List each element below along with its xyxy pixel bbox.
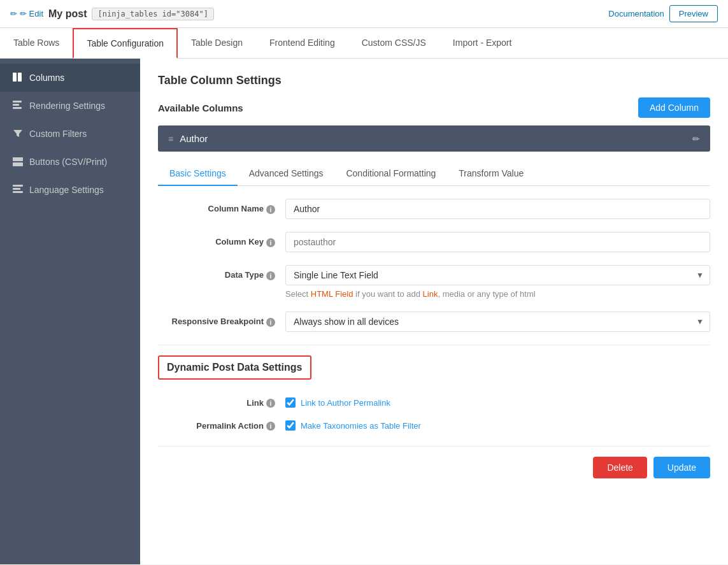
top-bar-right: Documentation Preview [608, 5, 718, 22]
permalink-action-info-icon[interactable]: i [266, 422, 275, 431]
sidebar-item-buttons-csv-print[interactable]: Buttons (CSV/Print) [0, 148, 140, 176]
top-bar: ✏ ✏ Edit My post [ninja_tables id="3084"… [0, 0, 728, 28]
column-key-info-icon[interactable]: i [266, 238, 275, 247]
permalink-action-checkbox-text: Make Taxonomies as Table Filter [301, 421, 421, 431]
data-type-hint: Select HTML Field if you want to add Lin… [285, 289, 710, 299]
responsive-breakpoint-select[interactable]: Always show in all devices Hide on mobil… [285, 311, 710, 332]
update-button[interactable]: Update [653, 457, 710, 478]
language-icon [13, 185, 23, 195]
tab-frontend-editing[interactable]: Frontend Editing [256, 28, 348, 59]
responsive-breakpoint-select-wrap: Always show in all devices Hide on mobil… [285, 311, 710, 332]
svg-rect-1 [18, 73, 22, 82]
add-column-button[interactable]: Add Column [638, 97, 710, 118]
link-field: Link to Author Permalink [285, 397, 390, 408]
sidebar-label-columns: Columns [29, 73, 64, 83]
responsive-breakpoint-label: Responsive Breakpoint i [158, 311, 285, 327]
filter-icon [13, 129, 23, 139]
dynamic-section: Dynamic Post Data Settings [158, 355, 710, 387]
data-type-row: Data Type i Single Line Text Field HTML … [158, 265, 710, 299]
hint-link: Link [423, 289, 438, 299]
column-name-input[interactable] [285, 199, 710, 219]
svg-rect-7 [13, 185, 23, 187]
buttons-icon [13, 157, 23, 167]
column-key-field [285, 232, 710, 252]
section-divider-1 [158, 345, 710, 345]
svg-rect-9 [13, 191, 23, 193]
data-type-field: Single Line Text Field HTML Field Image … [285, 265, 710, 299]
svg-rect-3 [13, 104, 19, 106]
content-footer: Delete Update [158, 446, 710, 481]
column-key-input[interactable] [285, 232, 710, 252]
tab-navigation: Table Rows Table Configuration Table Des… [0, 28, 728, 59]
shortcode-badge: [ninja_tables id="3084"] [92, 8, 213, 20]
svg-rect-0 [13, 73, 17, 82]
permalink-action-checkbox[interactable] [285, 420, 296, 431]
sub-tab-conditional-formatting[interactable]: Conditional Formatting [334, 162, 447, 186]
data-type-select-wrap: Single Line Text Field HTML Field Image … [285, 265, 710, 285]
column-row-name: Author [180, 133, 208, 144]
data-type-info-icon[interactable]: i [266, 271, 275, 280]
column-row: ≡ Author ✏ [158, 125, 710, 152]
permalink-action-field: Make Taxonomies as Table Filter [285, 420, 421, 431]
dynamic-section-title: Dynamic Post Data Settings [167, 362, 303, 373]
tab-table-configuration[interactable]: Table Configuration [73, 28, 178, 59]
sidebar-label-language: Language Settings [29, 185, 104, 195]
responsive-breakpoint-row: Responsive Breakpoint i Always show in a… [158, 311, 710, 332]
delete-button[interactable]: Delete [593, 457, 646, 478]
link-label: Link i [158, 397, 285, 408]
sub-tabs: Basic Settings Advanced Settings Conditi… [158, 162, 710, 186]
available-columns-title: Available Columns [158, 103, 243, 113]
svg-rect-8 [13, 188, 20, 190]
column-edit-pencil[interactable]: ✏ [692, 134, 700, 144]
edit-icon: ✏ [10, 9, 17, 18]
data-type-label: Data Type i [158, 265, 285, 280]
sidebar-item-custom-filters[interactable]: Custom Filters [0, 120, 140, 148]
column-name-label: Column Name i [158, 199, 285, 214]
sidebar: Columns Rendering Settings Custom Filter… [0, 59, 140, 564]
column-name-field [285, 199, 710, 219]
sub-tab-advanced-settings[interactable]: Advanced Settings [238, 162, 335, 186]
column-key-label: Column Key i [158, 232, 285, 247]
link-row: Link i Link to Author Permalink [158, 397, 710, 408]
tab-import-export[interactable]: Import - Export [439, 28, 525, 59]
columns-icon [13, 73, 23, 83]
column-key-row: Column Key i [158, 232, 710, 252]
hint-html-field: HTML Field [311, 289, 353, 299]
svg-rect-2 [13, 101, 22, 103]
svg-rect-6 [13, 162, 23, 166]
link-info-icon[interactable]: i [266, 399, 275, 408]
sidebar-label-custom-filters: Custom Filters [29, 129, 87, 139]
link-checkbox[interactable] [285, 397, 296, 408]
sub-tab-basic-settings[interactable]: Basic Settings [158, 162, 238, 186]
tab-table-design[interactable]: Table Design [178, 28, 256, 59]
tab-custom-css-js[interactable]: Custom CSS/JS [348, 28, 439, 59]
svg-rect-4 [13, 107, 22, 109]
edit-label: ✏ Edit [20, 9, 43, 18]
preview-button[interactable]: Preview [669, 5, 718, 22]
section-title: Table Column Settings [158, 74, 710, 87]
form-section: Column Name i Column Key i [158, 186, 710, 494]
sidebar-item-rendering-settings[interactable]: Rendering Settings [0, 92, 140, 120]
sidebar-label-buttons: Buttons (CSV/Print) [29, 157, 107, 167]
post-title: My post [48, 8, 87, 20]
sub-tab-transform-value[interactable]: Transform Value [447, 162, 535, 186]
column-name-info-icon[interactable]: i [266, 205, 275, 214]
sidebar-item-columns[interactable]: Columns [0, 64, 140, 92]
rendering-icon [13, 101, 23, 111]
data-type-select[interactable]: Single Line Text Field HTML Field Image … [285, 265, 710, 285]
drag-icon: ≡ [168, 134, 173, 144]
available-columns-header: Available Columns Add Column [158, 97, 710, 118]
sidebar-label-rendering-settings: Rendering Settings [29, 101, 105, 111]
tab-table-rows[interactable]: Table Rows [0, 28, 73, 59]
column-name-row: Column Name i [158, 199, 710, 219]
edit-link[interactable]: ✏ ✏ Edit [10, 9, 43, 18]
documentation-link[interactable]: Documentation [608, 9, 664, 18]
link-checkbox-text: Link to Author Permalink [301, 398, 390, 408]
sidebar-item-language-settings[interactable]: Language Settings [0, 176, 140, 204]
svg-rect-5 [13, 157, 23, 161]
responsive-breakpoint-info-icon[interactable]: i [266, 318, 275, 327]
permalink-action-row: Permalink Action i Make Taxonomies as Ta… [158, 420, 710, 431]
main-layout: Columns Rendering Settings Custom Filter… [0, 59, 728, 564]
content-area: Table Column Settings Available Columns … [140, 59, 728, 564]
dynamic-section-header: Dynamic Post Data Settings [158, 355, 311, 380]
